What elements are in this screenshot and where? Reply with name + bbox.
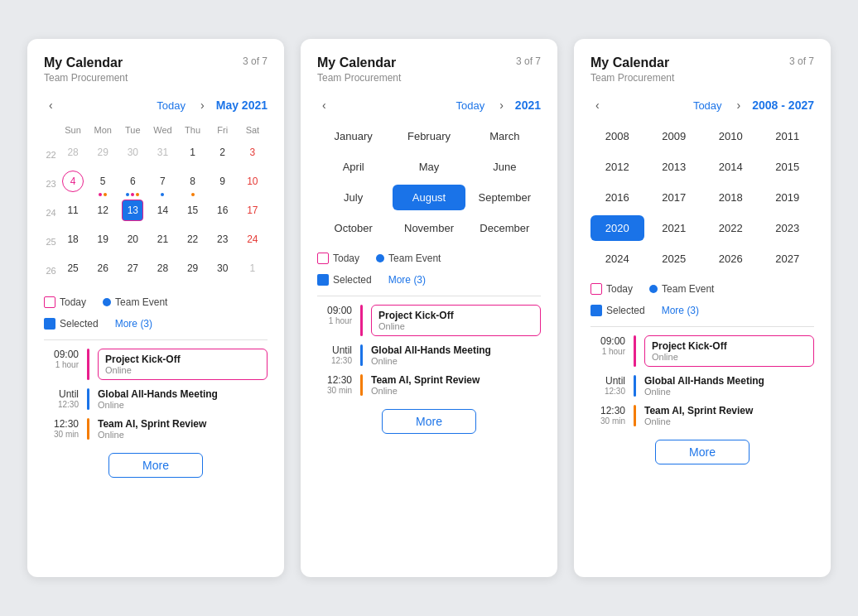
event-card[interactable]: Team AI, Sprint Review Online xyxy=(98,418,268,440)
day-number[interactable]: 28 xyxy=(152,257,173,279)
year-cell[interactable]: 2015 xyxy=(761,154,815,180)
day-number[interactable]: 8 xyxy=(182,171,204,192)
calendar-day-cell: 26 xyxy=(88,256,118,285)
month-cell[interactable]: January xyxy=(317,123,389,149)
day-number[interactable]: 19 xyxy=(92,229,113,250)
day-number[interactable]: 24 xyxy=(242,229,263,250)
event-dot xyxy=(191,193,195,196)
year-cell[interactable]: 2022 xyxy=(704,215,758,241)
month-cell[interactable]: December xyxy=(469,215,541,241)
month-cell[interactable]: April xyxy=(317,154,389,180)
year-cell[interactable]: 2014 xyxy=(704,154,758,180)
nav-next-button[interactable]: › xyxy=(732,97,746,113)
event-card[interactable]: Team AI, Sprint Review Online xyxy=(644,405,814,426)
day-number[interactable]: 3 xyxy=(242,142,263,163)
year-cell[interactable]: 2026 xyxy=(704,246,758,272)
more-button[interactable]: More xyxy=(108,453,203,478)
month-cell[interactable]: August xyxy=(393,185,465,210)
month-cell[interactable]: May xyxy=(393,154,465,180)
event-card[interactable]: Global All-Hands Meeting Online xyxy=(98,388,268,410)
day-number[interactable]: 27 xyxy=(122,257,143,279)
year-cell[interactable]: 2010 xyxy=(704,123,758,149)
day-number[interactable]: 5 xyxy=(92,171,113,192)
month-cell[interactable]: September xyxy=(469,185,541,210)
day-number[interactable]: 11 xyxy=(62,200,84,221)
today-legend-label: Today xyxy=(606,283,633,295)
day-number[interactable]: 12 xyxy=(92,200,113,221)
day-number[interactable]: 13 xyxy=(122,200,143,221)
year-cell[interactable]: 2020 xyxy=(590,215,644,241)
nav-prev-button[interactable]: ‹ xyxy=(44,97,58,113)
day-number[interactable]: 30 xyxy=(212,257,234,279)
more-button[interactable]: More xyxy=(382,409,476,434)
more-button[interactable]: More xyxy=(655,440,750,464)
year-cell[interactable]: 2016 xyxy=(590,185,644,210)
event-bar xyxy=(360,344,363,366)
week-number: 25 xyxy=(44,227,58,256)
day-number[interactable]: 28 xyxy=(62,142,84,163)
events-list: 09:00 1 hour Project Kick-Off Online Unt… xyxy=(590,335,814,426)
nav-next-button[interactable]: › xyxy=(494,97,509,113)
day-number[interactable]: 29 xyxy=(92,142,113,163)
event-dot xyxy=(131,193,134,196)
today-button[interactable]: Today xyxy=(690,98,725,113)
month-cell[interactable]: June xyxy=(469,154,541,180)
day-number[interactable]: 17 xyxy=(242,200,263,221)
today-button[interactable]: Today xyxy=(153,98,189,113)
year-cell[interactable]: 2013 xyxy=(648,154,701,180)
day-number[interactable]: 16 xyxy=(212,200,234,221)
day-number[interactable]: 7 xyxy=(152,171,173,192)
event-card[interactable]: Team AI, Sprint Review Online xyxy=(371,374,541,396)
day-number[interactable]: 10 xyxy=(242,171,263,192)
event-card[interactable]: Project Kick-Off Online xyxy=(98,349,268,380)
more-legend-link[interactable]: More (3) xyxy=(662,305,699,316)
day-number[interactable]: 20 xyxy=(122,229,143,250)
year-cell[interactable]: 2019 xyxy=(761,185,815,210)
day-number[interactable]: 30 xyxy=(122,142,143,163)
day-number[interactable]: 21 xyxy=(152,229,173,250)
more-legend-link[interactable]: More (3) xyxy=(388,274,426,286)
event-card[interactable]: Global All-Hands Meeting Online xyxy=(644,375,814,397)
year-cell[interactable]: 2008 xyxy=(590,123,644,149)
year-cell[interactable]: 2024 xyxy=(590,246,644,272)
day-number[interactable]: 4 xyxy=(62,171,84,192)
day-number[interactable]: 1 xyxy=(242,257,263,279)
day-number[interactable]: 1 xyxy=(182,142,204,163)
month-cell[interactable]: February xyxy=(393,123,465,149)
year-cell[interactable]: 2012 xyxy=(590,154,644,180)
day-number[interactable]: 23 xyxy=(212,229,234,250)
card-header: My Calendar Team Procurement 3 of 7 xyxy=(317,55,541,84)
day-number[interactable]: 31 xyxy=(152,142,173,163)
day-number[interactable]: 15 xyxy=(182,200,204,221)
year-cell[interactable]: 2023 xyxy=(761,215,815,241)
nav-prev-button[interactable]: ‹ xyxy=(317,97,331,113)
year-cell[interactable]: 2017 xyxy=(648,185,701,210)
day-number[interactable]: 14 xyxy=(152,200,173,221)
more-legend-link[interactable]: More (3) xyxy=(115,318,152,330)
day-number[interactable]: 22 xyxy=(182,229,204,250)
day-number[interactable]: 29 xyxy=(182,257,204,279)
event-card[interactable]: Project Kick-Off Online xyxy=(371,305,541,336)
month-cell[interactable]: July xyxy=(317,185,389,210)
nav-prev-button[interactable]: ‹ xyxy=(590,97,605,113)
event-card[interactable]: Project Kick-Off Online xyxy=(644,335,814,367)
year-cell[interactable]: 2021 xyxy=(648,215,701,241)
day-number[interactable]: 25 xyxy=(62,257,84,279)
year-cell[interactable]: 2027 xyxy=(761,246,815,272)
year-cell[interactable]: 2025 xyxy=(648,246,701,272)
month-cell[interactable]: October xyxy=(317,215,389,241)
year-cell[interactable]: 2011 xyxy=(761,123,815,149)
year-cell[interactable]: 2018 xyxy=(704,185,758,210)
day-number[interactable]: 9 xyxy=(212,171,234,192)
day-number[interactable]: 18 xyxy=(62,229,84,250)
day-number[interactable]: 26 xyxy=(92,257,113,279)
nav-next-button[interactable]: › xyxy=(195,97,210,113)
month-cell[interactable]: March xyxy=(469,123,541,149)
day-number[interactable]: 6 xyxy=(122,171,143,192)
event-card[interactable]: Global All-Hands Meeting Online xyxy=(371,344,541,366)
today-button[interactable]: Today xyxy=(452,98,488,113)
year-cell[interactable]: 2009 xyxy=(648,123,701,149)
month-cell[interactable]: November xyxy=(393,215,465,241)
week-number: 22 xyxy=(44,140,58,169)
day-number[interactable]: 2 xyxy=(212,142,234,163)
